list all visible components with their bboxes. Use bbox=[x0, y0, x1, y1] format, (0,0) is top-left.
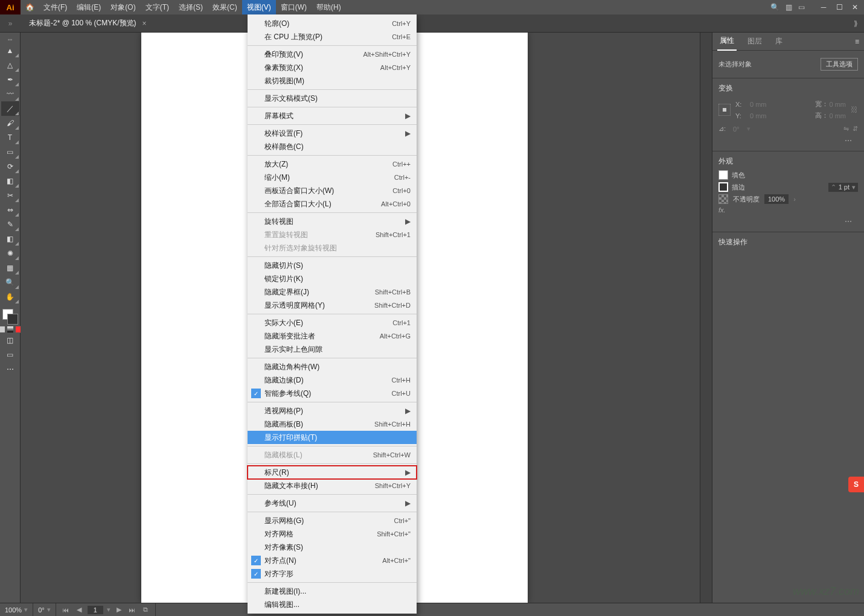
transform-angle-value[interactable]: 0° bbox=[733, 125, 740, 133]
toolbox-grip-icon[interactable]: ┅ bbox=[1, 36, 19, 43]
tool-artboard[interactable]: ▦ bbox=[1, 261, 19, 275]
view-menu-item-13-0[interactable]: 参考线(U)▶ bbox=[248, 497, 417, 510]
artboard-number[interactable]: 1 bbox=[88, 606, 103, 614]
view-menu-item-1-2[interactable]: 裁切视图(M) bbox=[248, 74, 417, 87]
transform-x-value[interactable]: 0 mm bbox=[750, 101, 767, 108]
edit-toolbar-icon[interactable]: ⋯ bbox=[1, 362, 19, 376]
view-menu-item-5-3[interactable]: 全部适合窗口大小(L)Alt+Ctrl+0 bbox=[248, 197, 417, 211]
flip-h-icon[interactable]: ⇋ bbox=[843, 125, 849, 133]
opacity-value[interactable]: 100% bbox=[764, 194, 789, 204]
view-menu-item-0-0[interactable]: 轮廓(O)Ctrl+Y bbox=[248, 17, 417, 30]
stroke-weight-input[interactable]: ⌃1 pt▾ bbox=[828, 183, 858, 192]
home-icon[interactable]: 🏠 bbox=[21, 3, 39, 11]
menu-8[interactable]: 帮助(H) bbox=[312, 0, 346, 14]
close-button[interactable]: ✕ bbox=[851, 3, 859, 11]
view-menu-item-15-1[interactable]: 编辑视图... bbox=[248, 598, 417, 611]
view-menu-item-12-0[interactable]: 标尺(R)▶ bbox=[248, 466, 417, 479]
tool-hand[interactable]: ✋ bbox=[1, 290, 19, 304]
tool-brush[interactable]: 🖌 bbox=[1, 116, 19, 130]
transform-more-icon[interactable]: ⋯ bbox=[718, 135, 858, 146]
tool-pen[interactable]: ✒ bbox=[1, 72, 19, 87]
tool-eraser[interactable]: ◧ bbox=[1, 174, 19, 188]
view-menu-item-14-4[interactable]: ✓对齐字形 bbox=[248, 567, 417, 580]
tool-direct-selection[interactable]: △ bbox=[1, 58, 19, 72]
panel-menu-icon[interactable]: ≡ bbox=[855, 37, 859, 46]
tool-type[interactable]: T bbox=[1, 130, 19, 145]
tool-line[interactable]: ／ bbox=[1, 101, 19, 116]
view-menu-item-9-0[interactable]: 隐藏边角构件(W) bbox=[248, 360, 417, 373]
draw-mode-icon[interactable]: ◫ bbox=[1, 333, 19, 348]
fill-stroke-swatch[interactable] bbox=[2, 309, 18, 325]
view-menu-item-8-2[interactable]: 显示实时上色间隙 bbox=[248, 343, 417, 356]
panel-tab-1[interactable]: 图层 bbox=[745, 33, 764, 51]
view-menu-item-9-1[interactable]: 隐藏边缘(D)Ctrl+H bbox=[248, 373, 417, 387]
view-menu-item-2-0[interactable]: 显示文稿模式(S) bbox=[248, 92, 417, 105]
screen-mode-icon[interactable]: ▭ bbox=[1, 348, 19, 362]
control-bar-toggle-icon[interactable]: » bbox=[0, 14, 21, 33]
view-menu-item-12-1[interactable]: 隐藏文本串接(H)Shift+Ctrl+Y bbox=[248, 479, 417, 492]
menu-2[interactable]: 对象(O) bbox=[106, 0, 140, 14]
artboard-prev-icon[interactable]: ◀ bbox=[74, 606, 84, 614]
tool-rectangle[interactable]: ▭ bbox=[1, 145, 19, 159]
menu-1[interactable]: 编辑(E) bbox=[72, 0, 106, 14]
view-menu-item-1-0[interactable]: 叠印预览(V)Alt+Shift+Ctrl+Y bbox=[248, 48, 417, 61]
tool-eyedropper[interactable]: ✎ bbox=[1, 217, 19, 232]
opacity-dropdown-icon[interactable]: › bbox=[793, 195, 796, 203]
view-menu-item-4-1[interactable]: 校样颜色(C) bbox=[248, 140, 417, 153]
minimize-button[interactable]: ─ bbox=[819, 3, 828, 11]
tool-selection[interactable]: ▲ bbox=[1, 43, 19, 58]
menu-0[interactable]: 文件(F) bbox=[39, 0, 72, 14]
view-menu-item-7-2[interactable]: 隐藏定界框(J)Shift+Ctrl+B bbox=[248, 285, 417, 299]
arrange-docs-icon[interactable]: ▥ bbox=[786, 3, 792, 11]
view-menu-item-4-0[interactable]: 校样设置(F)▶ bbox=[248, 127, 417, 140]
view-menu-item-7-3[interactable]: 显示透明度网格(Y)Shift+Ctrl+D bbox=[248, 299, 417, 312]
stroke-swatch[interactable] bbox=[718, 182, 728, 192]
panel-tab-0[interactable]: 属性 bbox=[717, 33, 737, 51]
view-menu-item-10-0[interactable]: 透视网格(P)▶ bbox=[248, 404, 417, 418]
flip-v-icon[interactable]: ⇵ bbox=[853, 125, 858, 133]
menu-6[interactable]: 视图(V) bbox=[242, 0, 276, 14]
view-menu-item-7-1[interactable]: 锁定切片(K) bbox=[248, 272, 417, 285]
collapsed-panel-strip[interactable] bbox=[700, 33, 712, 603]
menu-5[interactable]: 效果(C) bbox=[208, 0, 242, 14]
view-menu-item-14-2[interactable]: 对齐像素(S) bbox=[248, 541, 417, 554]
view-menu-item-9-2[interactable]: ✓智能参考线(Q)Ctrl+U bbox=[248, 387, 417, 400]
artboard-first-icon[interactable]: ⏮ bbox=[61, 606, 71, 614]
document-tab[interactable]: 未标题-2* @ 100 % (CMYK/预览) × bbox=[21, 14, 155, 33]
menu-3[interactable]: 文字(T) bbox=[141, 0, 174, 14]
tool-curvature[interactable]: 〰 bbox=[1, 87, 19, 101]
tool-zoom[interactable]: 🔍 bbox=[1, 275, 19, 290]
view-menu-item-6-0[interactable]: 旋转视图▶ bbox=[248, 215, 417, 228]
view-menu-item-3-0[interactable]: 屏幕模式▶ bbox=[248, 109, 417, 122]
color-mode-icons[interactable] bbox=[0, 326, 22, 333]
tool-options-button[interactable]: 工具选项 bbox=[821, 58, 858, 71]
tool-width[interactable]: ⇔ bbox=[1, 203, 19, 217]
appearance-more-icon[interactable]: ⋯ bbox=[718, 216, 858, 227]
close-tab-icon[interactable]: × bbox=[142, 19, 147, 28]
transform-w-value[interactable]: 0 mm bbox=[830, 101, 846, 108]
view-menu-item-0-1[interactable]: 在 CPU 上预览(P)Ctrl+E bbox=[248, 30, 417, 43]
fill-swatch[interactable] bbox=[718, 170, 728, 180]
view-menu-item-15-0[interactable]: 新建视图(I)... bbox=[248, 585, 417, 598]
view-menu-item-1-1[interactable]: 像素预览(X)Alt+Ctrl+Y bbox=[248, 61, 417, 74]
zoom-combo[interactable]: 100%▾ bbox=[0, 603, 33, 616]
view-menu-item-8-0[interactable]: 实际大小(E)Ctrl+1 bbox=[248, 316, 417, 329]
view-menu-item-10-2[interactable]: 显示打印拼贴(T) bbox=[248, 431, 417, 444]
transform-y-value[interactable]: 0 mm bbox=[750, 112, 767, 119]
reference-point-icon[interactable] bbox=[718, 104, 731, 116]
fx-label[interactable]: fx. bbox=[718, 206, 726, 214]
view-menu-item-14-0[interactable]: 显示网格(G)Ctrl+" bbox=[248, 514, 417, 527]
view-menu-item-8-1[interactable]: 隐藏渐变批注者Alt+Ctrl+G bbox=[248, 329, 417, 343]
view-menu-item-5-2[interactable]: 画板适合窗口大小(W)Ctrl+0 bbox=[248, 184, 417, 197]
artboard-nav-icon[interactable]: ⧉ bbox=[141, 606, 150, 614]
artboard-last-icon[interactable]: ⏭ bbox=[127, 606, 137, 614]
panel-tab-2[interactable]: 库 bbox=[773, 33, 785, 51]
tool-rotate[interactable]: ⟳ bbox=[1, 159, 19, 174]
menu-7[interactable]: 窗口(W) bbox=[276, 0, 312, 14]
workspace-icon[interactable]: ▭ bbox=[798, 3, 805, 11]
side-badge[interactable]: S bbox=[848, 477, 864, 492]
view-menu-item-10-1[interactable]: 隐藏画板(B)Shift+Ctrl+H bbox=[248, 418, 417, 431]
panel-right-toggle-icon[interactable]: ⟫ bbox=[854, 19, 864, 28]
view-menu-item-5-1[interactable]: 缩小(M)Ctrl+- bbox=[248, 171, 417, 184]
tool-gradient[interactable]: ◧ bbox=[1, 232, 19, 246]
